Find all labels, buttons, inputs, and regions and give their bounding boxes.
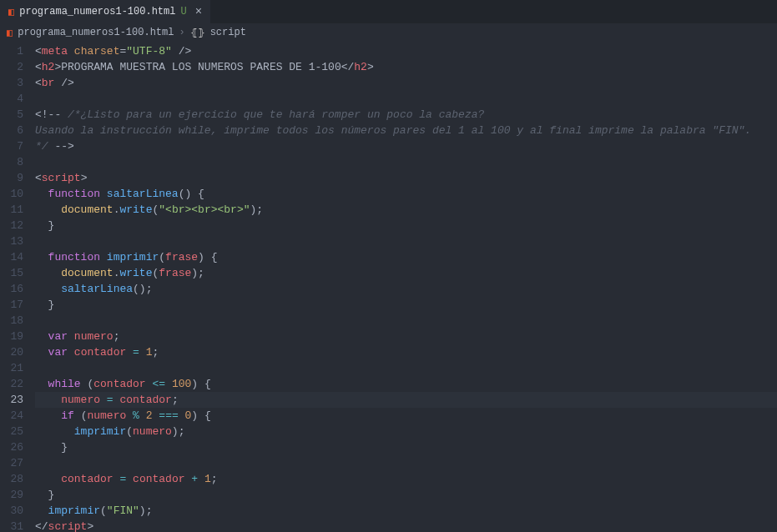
code-line[interactable]: Usando la instrucción while, imprime tod… [35,123,777,138]
code-line[interactable] [35,91,777,107]
line-number: 26 [0,439,23,455]
code-line[interactable]: <h2>PROGRAMA MUESTRA LOS NUMEROS PARES D… [35,59,777,75]
tab-modified-indicator: U [180,6,186,18]
code-line[interactable]: } [35,487,777,503]
code-line[interactable]: document.write(frase); [35,265,777,281]
code-line[interactable]: imprimir(numero); [35,424,777,439]
code-line[interactable]: imprimir("FIN"); [35,503,777,519]
line-number: 21 [0,360,23,376]
line-number: 14 [0,249,23,265]
breadcrumb-symbol[interactable]: script [210,27,246,38]
line-number: 27 [0,455,23,471]
chevron-right-icon: › [179,27,184,38]
symbol-icon: ⦃⦄ [190,27,205,39]
html-file-icon: ◧ [7,27,13,39]
line-number: 12 [0,218,23,233]
line-number: 13 [0,233,23,249]
code-line[interactable]: saltarLinea(); [35,281,777,297]
code-line[interactable]: var contador = 1; [35,344,777,360]
html-file-icon: ◧ [8,6,14,18]
code-line[interactable]: function saltarLinea() { [35,186,777,202]
line-number: 9 [0,170,23,186]
code-line[interactable]: <meta charset="UTF-8" /> [35,43,777,59]
line-number: 6 [0,123,23,138]
line-number: 11 [0,202,23,218]
code-line[interactable]: <script> [35,170,777,186]
line-number: 16 [0,281,23,297]
code-line[interactable]: if (numero % 2 === 0) { [35,408,777,424]
breadcrumb-file[interactable]: programa_numeros1-100.html [18,27,174,38]
line-number: 25 [0,424,23,439]
code-line[interactable]: while (contador <= 100) { [35,376,777,392]
line-number: 31 [0,519,23,532]
line-number: 8 [0,154,23,170]
line-number: 18 [0,313,23,329]
line-number: 4 [0,91,23,107]
code-line[interactable]: } [35,218,777,233]
code-line[interactable] [35,154,777,170]
code-line[interactable]: <br /> [35,75,777,91]
tab-bar: ◧ programa_numeros1-100.html U × [0,0,777,23]
line-number-gutter: 1234567891011121314151617181920212223242… [0,42,35,532]
code-line[interactable]: */ --> [35,138,777,154]
line-number: 22 [0,376,23,392]
line-number: 1 [0,43,23,59]
breadcrumbs[interactable]: ◧ programa_numeros1-100.html › ⦃⦄ script [0,23,777,42]
close-icon[interactable]: × [192,5,202,18]
code-line[interactable]: <!-- /*¿Listo para un ejercicio que te h… [35,107,777,123]
line-number: 24 [0,408,23,424]
line-number: 29 [0,487,23,503]
line-number: 23 [0,392,23,408]
code-line[interactable] [35,360,777,376]
line-number: 3 [0,75,23,91]
code-line[interactable]: contador = contador + 1; [35,471,777,487]
code-line[interactable]: } [35,297,777,313]
code-line[interactable]: function imprimir(frase) { [35,249,777,265]
code-line[interactable]: } [35,439,777,455]
code-line[interactable] [35,313,777,329]
code-line[interactable]: document.write("<br><br><br>"); [35,202,777,218]
line-number: 19 [0,329,23,344]
line-number: 17 [0,297,23,313]
line-number: 2 [0,59,23,75]
editor: 1234567891011121314151617181920212223242… [0,42,777,532]
code-line[interactable] [35,233,777,249]
line-number: 30 [0,503,23,519]
line-number: 7 [0,138,23,154]
code-line[interactable]: var numero; [35,329,777,344]
code-line[interactable] [35,455,777,471]
tab-filename: programa_numeros1-100.html [19,6,175,18]
code-area[interactable]: <meta charset="UTF-8" /> <h2>PROGRAMA MU… [35,42,777,532]
line-number: 20 [0,344,23,360]
code-line-active[interactable]: numero = contador; [35,392,777,408]
line-number: 5 [0,107,23,123]
line-number: 28 [0,471,23,487]
tab-active[interactable]: ◧ programa_numeros1-100.html U × [0,0,210,23]
line-number: 10 [0,186,23,202]
code-line[interactable]: </script> [35,519,777,532]
line-number: 15 [0,265,23,281]
